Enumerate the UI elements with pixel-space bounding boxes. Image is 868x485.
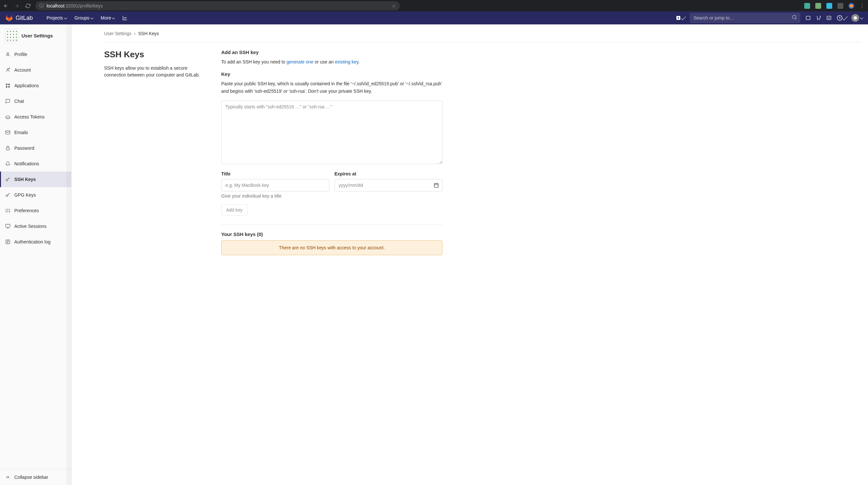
svg-point-7 — [9, 68, 10, 69]
back-button[interactable] — [3, 3, 8, 8]
sidebar-item-ssh-keys[interactable]: SSH Keys — [0, 172, 71, 187]
issues-icon[interactable] — [806, 15, 811, 21]
svg-point-12 — [6, 116, 10, 118]
reload-button[interactable] — [25, 3, 31, 8]
sidebar-item-label: Account — [14, 67, 31, 72]
page-description: SSH keys allow you to establish a secure… — [104, 65, 208, 79]
nav-projects[interactable]: Projects — [42, 11, 71, 24]
search-input[interactable] — [690, 13, 800, 23]
key-icon — [5, 177, 10, 182]
svg-rect-10 — [6, 86, 7, 88]
gitlab-icon — [5, 14, 13, 22]
chevron-down-icon — [860, 16, 863, 19]
browser-chrome: ⓘ localhost:32001/profile/keys ☆ ⋮ — [0, 0, 868, 11]
merge-requests-icon[interactable] — [816, 15, 821, 21]
expires-label: Expires at — [335, 171, 442, 176]
brand-text: GitLab — [16, 14, 33, 22]
sidebar-item-applications[interactable]: Applications — [0, 78, 71, 93]
sidebar-item-password[interactable]: Password — [0, 140, 71, 156]
nav-activity-icon[interactable] — [118, 11, 131, 24]
apps-icon — [5, 83, 10, 88]
browser-profile-icon[interactable] — [848, 3, 854, 9]
sidebar-item-label: Profile — [14, 52, 27, 57]
title-label: Title — [221, 171, 329, 176]
extension-icon[interactable] — [815, 3, 821, 9]
chevron-down-icon — [842, 15, 847, 20]
title-input[interactable] — [221, 179, 329, 191]
svg-point-1 — [793, 15, 796, 19]
sidebar-header[interactable]: User Settings — [0, 24, 71, 47]
sidebar-item-label: Authentication log — [14, 239, 51, 244]
key-help-text: Paste your public SSH key, which is usua… — [221, 80, 442, 95]
search-icon — [792, 14, 797, 21]
identicon — [5, 29, 18, 42]
sidebar-title: User Settings — [22, 33, 53, 38]
sidebar-item-account[interactable]: Account — [0, 62, 71, 78]
svg-point-4 — [837, 16, 842, 21]
chevron-down-icon — [64, 16, 67, 19]
page-title: SSH Keys — [104, 50, 208, 60]
chevron-right-icon: › — [134, 31, 136, 36]
extension-icon[interactable] — [826, 3, 832, 9]
add-ssh-heading: Add an SSH key — [221, 50, 442, 55]
svg-rect-9 — [8, 84, 10, 85]
chevron-down-icon — [90, 16, 93, 19]
generate-one-link[interactable]: generate one — [287, 59, 314, 64]
sidebar-item-gpg-keys[interactable]: GPG Keys — [0, 187, 71, 203]
help-icon[interactable] — [837, 15, 846, 21]
breadcrumb: User Settings › SSH Keys — [104, 31, 862, 42]
user-menu[interactable] — [851, 14, 863, 22]
sidebar-item-label: GPG Keys — [14, 192, 36, 198]
sidebar-item-label: Active Sessions — [14, 223, 46, 229]
sidebar-item-label: Emails — [14, 130, 28, 135]
existing-key-link[interactable]: existing key — [335, 59, 359, 64]
expires-input[interactable] — [335, 179, 442, 191]
key-label: Key — [221, 71, 442, 77]
plus-icon[interactable] — [676, 15, 684, 21]
svg-point-15 — [6, 179, 8, 181]
top-nav: GitLab Projects Groups More — [0, 11, 868, 24]
account-icon — [5, 67, 10, 72]
bell-icon — [5, 161, 10, 166]
key-icon — [5, 192, 10, 198]
collapse-sidebar[interactable]: Collapse sidebar — [0, 469, 71, 485]
sidebar-item-authentication-log[interactable]: Authentication log — [0, 234, 71, 250]
site-info-icon[interactable]: ⓘ — [39, 3, 44, 9]
sidebar-item-active-sessions[interactable]: Active Sessions — [0, 218, 71, 234]
todos-icon[interactable] — [826, 15, 832, 21]
svg-point-16 — [6, 195, 8, 196]
sidebar-item-preferences[interactable]: Preferences — [0, 203, 71, 218]
breadcrumb-current: SSH Keys — [138, 31, 159, 36]
add-key-button[interactable]: Add key — [221, 205, 248, 215]
sidebar-item-access-tokens[interactable]: Access Tokens — [0, 109, 71, 125]
extension-icon[interactable] — [804, 3, 810, 9]
sidebar-item-chat[interactable]: Chat — [0, 93, 71, 109]
puzzle-icon[interactable] — [837, 3, 843, 9]
nav-groups[interactable]: Groups — [71, 11, 97, 24]
sliders-icon — [5, 208, 10, 213]
sidebar-item-profile[interactable]: Profile — [0, 47, 71, 62]
gitlab-logo[interactable]: GitLab — [5, 14, 33, 22]
empty-keys-warning: There are no SSH keys with access to you… — [221, 240, 442, 255]
chevron-left-icon — [5, 475, 10, 480]
sidebar-scrollbar[interactable] — [66, 24, 71, 485]
address-bar[interactable]: ⓘ localhost:32001/profile/keys ☆ — [35, 1, 400, 10]
svg-rect-8 — [6, 84, 7, 85]
ssh-key-textarea[interactable] — [221, 100, 442, 164]
star-icon[interactable]: ☆ — [392, 3, 396, 8]
browser-menu-icon[interactable]: ⋮ — [860, 3, 865, 9]
svg-rect-2 — [806, 16, 810, 20]
svg-rect-17 — [5, 224, 10, 227]
breadcrumb-root[interactable]: User Settings — [104, 31, 131, 36]
chevron-down-icon — [112, 16, 115, 19]
sidebar-item-label: Collapse sidebar — [14, 475, 48, 480]
monitor-icon — [5, 223, 10, 229]
forward-button[interactable] — [14, 3, 20, 8]
token-icon — [5, 114, 10, 119]
title-help: Give your individual key a title — [221, 193, 329, 199]
sidebar-item-notifications[interactable]: Notifications — [0, 156, 71, 172]
add-ssh-text: To add an SSH key you need to generate o… — [221, 58, 442, 65]
sidebar-item-emails[interactable]: Emails — [0, 125, 71, 140]
sidebar-item-label: Password — [14, 146, 34, 151]
nav-more[interactable]: More — [97, 11, 119, 24]
